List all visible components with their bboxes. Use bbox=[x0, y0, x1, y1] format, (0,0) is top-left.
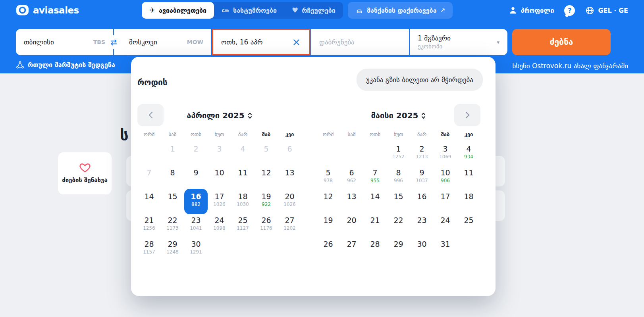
calendar-day-22[interactable]: 22 bbox=[387, 213, 410, 236]
calendar-day-10[interactable]: 10906 bbox=[434, 165, 457, 189]
calendar-day-23[interactable]: 23 bbox=[410, 213, 434, 236]
calendar-day-10[interactable]: 10 bbox=[208, 165, 231, 189]
search-button[interactable]: ძებნა bbox=[512, 29, 611, 55]
day-price: 1256 bbox=[143, 225, 155, 231]
calendar-day-20[interactable]: 20 bbox=[340, 213, 363, 236]
calendar-day-4[interactable]: 4934 bbox=[457, 141, 480, 165]
passengers-value: 1 მგზავრი bbox=[418, 34, 497, 42]
clear-date-button[interactable] bbox=[291, 37, 301, 47]
calendar-empty-cell bbox=[363, 141, 387, 165]
calendar-cell: 29 bbox=[387, 236, 410, 260]
day-number: 10 bbox=[440, 168, 450, 177]
calendar-day-12[interactable]: 12 bbox=[255, 165, 278, 189]
calendar-day-25[interactable]: 251127 bbox=[231, 213, 255, 236]
month-title-may[interactable]: მაისი 2025 bbox=[371, 111, 426, 120]
calendar-day-8[interactable]: 8 bbox=[161, 165, 184, 189]
help-button[interactable]: ? bbox=[564, 5, 575, 16]
tab-favorites[interactable]: ♥ რჩეულები bbox=[284, 2, 343, 19]
calendar-day-5[interactable]: 5978 bbox=[316, 165, 340, 189]
ostrovok-link[interactable]: ხსენი Ostrovok.ru ახალ ფანჯარაში bbox=[512, 62, 628, 70]
month-title-april[interactable]: აპრილი 2025 bbox=[187, 111, 252, 120]
calendar-day-11[interactable]: 11 bbox=[457, 165, 480, 189]
calendar-day-18[interactable]: 181030 bbox=[231, 189, 255, 213]
passengers-field[interactable]: 1 მგზავრი ეკონომი ▾ bbox=[410, 29, 507, 55]
return-date-field[interactable]: დაბრუნება bbox=[311, 29, 409, 55]
calendar-day-14[interactable]: 14 bbox=[363, 189, 387, 213]
complex-route-label: რთული მარშუტის შედგენა bbox=[28, 61, 115, 69]
calendar-day-13[interactable]: 13 bbox=[278, 165, 301, 189]
origin-value: თბილისი bbox=[24, 38, 93, 46]
next-month-button[interactable] bbox=[454, 104, 480, 126]
calendar-day-21[interactable]: 21 bbox=[363, 213, 387, 236]
calendar-day-23[interactable]: 231041 bbox=[184, 213, 208, 236]
tab-hotels[interactable]: სასტუმროები bbox=[214, 2, 284, 19]
calendar-day-21[interactable]: 211256 bbox=[137, 213, 161, 236]
origin-field[interactable]: თბილისი TBS bbox=[16, 29, 113, 55]
calendar-day-15[interactable]: 15 bbox=[161, 189, 184, 213]
day-number: 14 bbox=[370, 192, 380, 201]
calendar-day-20[interactable]: 201026 bbox=[278, 189, 301, 213]
calendar-day-29[interactable]: 29 bbox=[387, 236, 410, 260]
calendar-day-29[interactable]: 291248 bbox=[161, 236, 184, 260]
calendar-day-22[interactable]: 221173 bbox=[161, 213, 184, 236]
calendar-day-24[interactable]: 24 bbox=[434, 213, 457, 236]
complex-route-link[interactable]: რთული მარშუტის შედგენა bbox=[16, 61, 115, 69]
calendar-day-17[interactable]: 171026 bbox=[208, 189, 231, 213]
calendar-day-26[interactable]: 261176 bbox=[255, 213, 278, 236]
profile-button[interactable]: პროფილი bbox=[509, 6, 554, 15]
calendar-day-7[interactable]: 7955 bbox=[363, 165, 387, 189]
day-price: 1248 bbox=[166, 249, 179, 255]
weekday-label: ხუთ bbox=[208, 131, 231, 137]
tab-flights[interactable]: ✈ ავიაბილეთები bbox=[142, 2, 214, 19]
calendar-day-27[interactable]: 27 bbox=[340, 236, 363, 260]
calendar-day-6[interactable]: 6962 bbox=[340, 165, 363, 189]
calendar-day-19[interactable]: 19922 bbox=[255, 189, 278, 213]
depart-date-field[interactable]: ოთხ, 16 აპრ bbox=[212, 29, 310, 55]
month-april: აპრილი 2025 ორშსამოთხხუთპარშაბკვი 123456… bbox=[137, 104, 301, 260]
calendar-day-24[interactable]: 241098 bbox=[208, 213, 231, 236]
calendar-day-15[interactable]: 15 bbox=[387, 189, 410, 213]
calendar-day-17[interactable]: 17 bbox=[434, 189, 457, 213]
month-may: მაისი 2025 ორშსამოთხხუთპარშაბკვი 1125221… bbox=[316, 104, 480, 260]
locale-switcher[interactable]: GEL · GE bbox=[585, 6, 628, 15]
calendar-day-27[interactable]: 271202 bbox=[278, 213, 301, 236]
calendar-day-13[interactable]: 13 bbox=[340, 189, 363, 213]
day-number: 27 bbox=[285, 216, 294, 225]
destination-field[interactable]: მოსკოვი MOW bbox=[114, 29, 211, 55]
day-number: 5 bbox=[264, 144, 268, 153]
day-number: 11 bbox=[464, 168, 473, 177]
calendar-day-30[interactable]: 30 bbox=[410, 236, 434, 260]
calendar-day-3[interactable]: 31069 bbox=[434, 141, 457, 165]
calendar-day-16[interactable]: 16882 bbox=[184, 189, 208, 214]
swap-cities-button[interactable] bbox=[107, 35, 121, 49]
month-head-april: აპრილი 2025 bbox=[137, 104, 301, 127]
calendar-day-26[interactable]: 26 bbox=[316, 236, 340, 260]
calendar-empty-cell bbox=[231, 236, 255, 260]
calendar-day-31[interactable]: 31 bbox=[434, 236, 457, 260]
calendar-cell: 12 bbox=[316, 189, 340, 213]
day-price: 1173 bbox=[166, 225, 179, 231]
tab-car-rental[interactable]: მანქანის დაქირავება ↗ bbox=[348, 2, 453, 19]
no-return-ticket-button[interactable]: უკანა გზის ბილეთი არ მჭირდება bbox=[357, 69, 483, 91]
calendar-day-18[interactable]: 18 bbox=[457, 189, 480, 213]
day-price: 1291 bbox=[190, 249, 202, 255]
prev-month-button[interactable] bbox=[137, 104, 164, 126]
calendar-day-28[interactable]: 281157 bbox=[137, 236, 161, 260]
calendar-day-8[interactable]: 8996 bbox=[387, 165, 410, 189]
calendar-day-12[interactable]: 12 bbox=[316, 189, 340, 213]
calendar-day-30[interactable]: 301291 bbox=[184, 236, 208, 260]
calendar-day-14[interactable]: 14 bbox=[137, 189, 161, 213]
calendar-day-1[interactable]: 11252 bbox=[387, 141, 410, 165]
calendar-day-2[interactable]: 21213 bbox=[410, 141, 434, 165]
calendar-day-25[interactable]: 25 bbox=[457, 213, 480, 236]
brand-logo[interactable]: aviasales bbox=[16, 4, 79, 17]
day-number: 7 bbox=[372, 168, 377, 177]
calendar-day-19[interactable]: 19 bbox=[316, 213, 340, 236]
calendar-day-9[interactable]: 91037 bbox=[410, 165, 434, 189]
calendar-day-2: 2 bbox=[184, 141, 208, 165]
calendar-day-28[interactable]: 28 bbox=[363, 236, 387, 260]
calendar-day-11[interactable]: 11 bbox=[231, 165, 255, 189]
calendar-day-16[interactable]: 16 bbox=[410, 189, 434, 213]
calendar-day-9[interactable]: 9 bbox=[184, 165, 208, 189]
save-search-card[interactable]: ძიების შენახვა bbox=[58, 152, 112, 194]
